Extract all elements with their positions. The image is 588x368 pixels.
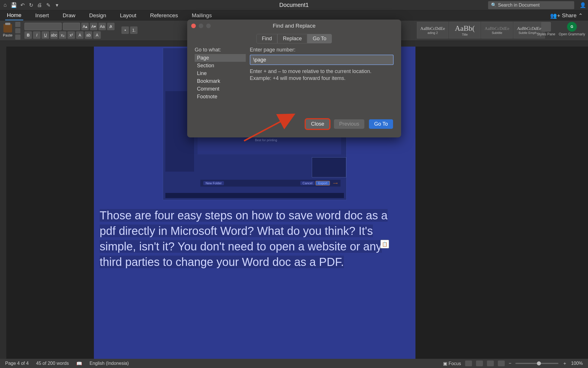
close-window-icon[interactable] — [191, 24, 196, 28]
numbering-button[interactable]: 1. — [130, 26, 138, 34]
underline-button[interactable]: U — [42, 31, 49, 39]
segment-goto[interactable]: Go To — [307, 34, 332, 43]
tab-references[interactable]: References — [148, 11, 180, 20]
minimize-window-icon — [199, 24, 203, 28]
share-icon: 👥+ — [550, 12, 560, 19]
tab-draw[interactable]: Draw — [61, 11, 77, 20]
format-painter-icon[interactable] — [15, 34, 20, 40]
search-input[interactable]: 🔍 Search in Document — [488, 1, 574, 9]
paste-button[interactable]: Paste — [3, 24, 12, 37]
list-item-endnote[interactable]: Endnote — [195, 101, 246, 102]
list-item-bookmark[interactable]: Bookmark — [195, 77, 246, 85]
dialog-titlebar: Find and Replace — [187, 20, 401, 32]
list-item-comment[interactable]: Comment — [195, 85, 246, 93]
bold-button[interactable]: B — [24, 31, 32, 39]
decrease-font-icon[interactable]: A▾ — [90, 23, 97, 30]
ribbon-tabs: Home Insert Draw Design Layout Reference… — [0, 10, 588, 21]
list-item-line[interactable]: Line — [195, 70, 246, 77]
save-icon[interactable]: 💾 — [11, 2, 17, 8]
page-number-input[interactable]: \page — [250, 55, 394, 65]
zoom-out-button[interactable]: − — [509, 361, 511, 366]
list-item-page[interactable]: Page — [195, 54, 246, 62]
word-count[interactable]: 45 of 200 words — [36, 361, 69, 366]
vertical-ruler[interactable] — [0, 47, 6, 359]
copy-icon[interactable] — [15, 28, 20, 33]
font-color-button[interactable]: A — [76, 31, 84, 39]
grammarly-button[interactable]: G Open Grammarly — [559, 22, 585, 36]
style-subtitle[interactable]: AaBbCcDdEeSubtitle — [481, 22, 513, 39]
zoom-in-button[interactable]: ＋ — [562, 361, 567, 367]
status-bar: Page 4 of 4 45 of 200 words 📖 English (I… — [0, 359, 588, 368]
segment-replace[interactable]: Replace — [277, 34, 307, 43]
style-title[interactable]: AaBb(Title — [449, 22, 481, 39]
styles-gallery[interactable]: AaBbCcDdEeading 2 AaBb(Title AaBbCcDdEeS… — [417, 22, 545, 39]
document-paragraph[interactable]: Those are four easy steps on how to save… — [100, 208, 388, 270]
font-size-select[interactable] — [63, 23, 80, 30]
account-icon[interactable]: 👤 — [580, 2, 586, 8]
signature-icon[interactable]: ✎ — [45, 2, 51, 8]
print-layout-view-icon[interactable] — [465, 361, 472, 366]
goto-what-label: Go to what: — [195, 47, 246, 53]
cut-icon[interactable] — [15, 22, 20, 27]
text-effects-button[interactable]: A — [93, 31, 101, 39]
qat-dropdown-icon[interactable]: ▾ — [54, 2, 60, 8]
outline-view-icon[interactable] — [487, 361, 494, 366]
styles-pane-button[interactable]: Styles Pane — [537, 22, 555, 36]
clipboard-icon — [3, 24, 12, 32]
list-item-section[interactable]: Section — [195, 62, 246, 70]
tab-design[interactable]: Design — [88, 11, 108, 20]
spellcheck-icon[interactable]: 📖 — [76, 361, 82, 366]
home-icon[interactable]: ⌂ — [2, 2, 8, 8]
tab-insert[interactable]: Insert — [34, 11, 51, 20]
search-placeholder: Search in Document — [498, 3, 539, 8]
goto-what-list[interactable]: Page Section Line Bookmark Comment Footn… — [195, 54, 246, 102]
font-family-select[interactable] — [24, 23, 62, 30]
italic-button[interactable]: I — [33, 31, 40, 39]
grammarly-icon: G — [567, 22, 577, 32]
dialog-title: Find and Replace — [273, 23, 316, 29]
bullets-button[interactable]: • — [121, 26, 129, 34]
document-title: Document1 — [279, 2, 309, 8]
subscript-button[interactable]: x₂ — [59, 31, 66, 39]
zoom-slider[interactable] — [515, 363, 558, 364]
draft-view-icon[interactable] — [498, 361, 505, 366]
clear-formatting-icon[interactable]: A̷ — [107, 23, 115, 30]
strikethrough-button[interactable]: abc — [50, 31, 58, 39]
title-toolbar: ⌂ 💾 ↶ ↻ 🖨 ✎ ▾ Document1 🔍 Search in Docu… — [0, 0, 588, 10]
zoom-window-icon — [206, 24, 211, 28]
dialog-segments: Find Replace Go To — [187, 34, 401, 43]
language-indicator[interactable]: English (Indonesia) — [90, 361, 129, 366]
chevron-up-icon[interactable]: ⌃ — [578, 12, 583, 19]
close-button[interactable]: Close — [306, 119, 329, 129]
highlight-button[interactable]: ab — [85, 31, 92, 39]
share-button[interactable]: 👥+ Share ⌃ — [550, 12, 583, 19]
increase-font-icon[interactable]: A▴ — [81, 23, 89, 30]
list-item-footnote[interactable]: Footnote — [195, 93, 246, 101]
print-icon[interactable]: 🖨 — [37, 2, 42, 8]
focus-mode-button[interactable]: ▣ Focus — [443, 361, 461, 366]
segment-find[interactable]: Find — [256, 34, 277, 43]
undo-icon[interactable]: ↶ — [20, 2, 25, 8]
goto-button[interactable]: Go To — [369, 119, 393, 129]
web-layout-view-icon[interactable] — [476, 361, 483, 366]
tab-home[interactable]: Home — [5, 11, 23, 20]
redo-icon[interactable]: ↻ — [28, 2, 34, 8]
style-heading2[interactable]: AaBbCcDdEeading 2 — [417, 22, 448, 39]
goto-hint: Enter + and – to move relative to the cu… — [250, 68, 394, 82]
page-indicator[interactable]: Page 4 of 4 — [5, 361, 29, 366]
page-number-label: Enter page number: — [250, 47, 394, 53]
find-replace-dialog: Find and Replace Find Replace Go To Go t… — [187, 20, 401, 137]
superscript-button[interactable]: x² — [67, 31, 75, 39]
tab-mailings[interactable]: Mailings — [190, 11, 214, 20]
zoom-level[interactable]: 100% — [571, 361, 583, 366]
previous-button[interactable]: Previous — [334, 119, 364, 129]
change-case-icon[interactable]: Aa — [98, 23, 106, 30]
styles-pane-icon — [541, 22, 551, 32]
tab-layout[interactable]: Layout — [118, 11, 138, 20]
paste-options-badge[interactable]: 📋 — [380, 240, 389, 248]
